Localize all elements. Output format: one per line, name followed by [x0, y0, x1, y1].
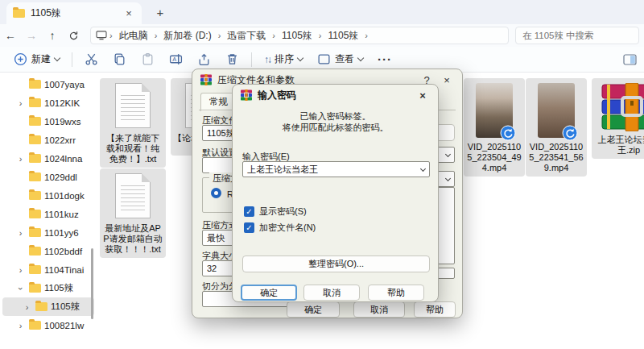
winrar-archive-icon [601, 83, 644, 131]
up-icon[interactable]: ↑ [42, 29, 63, 42]
rename-button[interactable]: A [162, 49, 190, 70]
sidebar-scrollbar[interactable] [91, 248, 93, 319]
sidebar-item-1024lnna[interactable]: ›1024lnna [2, 149, 94, 168]
more-options-button[interactable]: ··· [370, 49, 399, 70]
tab-close-icon[interactable]: × [122, 7, 135, 19]
view-button[interactable]: 查看 [310, 49, 370, 70]
explorer-tab[interactable]: 1105辣 × [6, 2, 142, 24]
chevron-right-icon: › [271, 31, 276, 40]
svg-text:A: A [172, 56, 176, 63]
details-pane-icon[interactable] [623, 53, 638, 66]
rar-ok-button[interactable]: 确定 [287, 301, 340, 318]
file-name: VID_20251105_223541_569.mp4 [528, 142, 584, 173]
folder-icon [29, 135, 41, 144]
sidebar-item-1019wxs[interactable]: ›1019wxs [2, 112, 94, 131]
copy-button[interactable] [105, 49, 134, 70]
new-button-label: 新建 [31, 52, 51, 66]
sidebar-item-1101kuz[interactable]: ›1101kuz [2, 205, 94, 223]
close-icon[interactable]: × [440, 74, 454, 86]
folder-icon [29, 210, 41, 218]
forward-icon[interactable]: → [21, 29, 42, 42]
chevron-down-icon[interactable]: › [16, 283, 26, 293]
file-item-video-2[interactable]: VID_20251105_223541_569.mp4 [526, 78, 587, 177]
sort-button-label: 排序 [275, 52, 294, 66]
sidebar-item-1104Tinai[interactable]: ›1104Tinai [2, 260, 94, 279]
sidebar-item-1012KIK[interactable]: ›1012KIK [2, 93, 94, 112]
folder-icon [29, 247, 41, 256]
chevron-right-icon[interactable]: › [15, 228, 26, 238]
format-rar-radio[interactable] [211, 188, 221, 198]
trash-icon [225, 52, 239, 66]
chevron-right-icon[interactable]: › [15, 265, 26, 275]
folder-icon [29, 172, 41, 181]
rar-cancel-button[interactable]: 取消 [353, 301, 405, 318]
organize-passwords-button[interactable]: 整理密码(O)... [242, 256, 430, 272]
password-info-line1: 已输入密码标签。 [233, 110, 438, 123]
sort-button[interactable]: ↑↓ 排序 [257, 49, 310, 70]
breadcrumb-folder-1105-child[interactable]: 1105辣 [324, 29, 363, 43]
sidebar-item-1101yy6[interactable]: ›1101yy6 [2, 223, 94, 242]
folder-icon [29, 191, 41, 200]
password-info-line2: 将使用匹配此标签的密码。 [233, 122, 438, 134]
close-icon[interactable]: × [415, 89, 430, 102]
search-input[interactable] [516, 27, 638, 44]
refresh-icon[interactable] [63, 31, 84, 41]
tab-bar: 1105辣 × + [0, 0, 644, 24]
back-icon[interactable]: ← [0, 29, 21, 42]
encrypt-names-checkbox[interactable]: ✓ 加密文件名(N) [244, 222, 316, 234]
file-item-txt-3[interactable]: 最新地址及APP请发邮箱自动获取！！！.txt [100, 168, 166, 258]
breadcrumb-folder-1105[interactable]: 1105辣 [278, 29, 316, 43]
view-icon [317, 52, 331, 66]
password-help-button[interactable]: 帮助 [368, 285, 424, 301]
toolbar-divider [72, 52, 72, 67]
winrar-icon [200, 74, 212, 85]
download-badge-icon [562, 125, 578, 141]
chevron-down-icon [54, 55, 60, 61]
chevron-right-icon[interactable]: › [15, 321, 26, 330]
tab-title: 1105辣 [31, 6, 61, 20]
breadcrumb-thunder-download[interactable]: 迅雷下载 [223, 29, 270, 43]
paste-button[interactable] [134, 49, 162, 70]
view-button-label: 查看 [335, 52, 354, 66]
sidebar-item-1102bddf[interactable]: ›1102bddf [2, 242, 94, 260]
download-badge-icon [500, 125, 516, 141]
file-item-video-1[interactable]: VID_20251105_223504_494.mp4 [464, 78, 525, 177]
sidebar-item-1101dogk[interactable]: ›1101dogk [2, 186, 94, 205]
breadcrumb-this-pc[interactable]: 此电脑 [115, 29, 152, 43]
password-ok-button[interactable]: 确定 [241, 285, 297, 301]
password-cancel-button[interactable]: 取消 [303, 285, 360, 301]
new-tab-button[interactable]: + [150, 2, 171, 23]
file-item-txt-1[interactable]: 【来了就能下载和观看！纯免费！】.txt [100, 78, 166, 168]
chevron-right-icon[interactable]: › [22, 302, 32, 312]
sidebar-item-1105la[interactable]: ›1105辣 [2, 279, 94, 297]
chevron-right-icon[interactable]: › [15, 98, 26, 108]
chevron-down-icon [357, 55, 364, 61]
breadcrumb-drive-d[interactable]: 新加卷 (D:) [159, 29, 215, 43]
password-combo[interactable]: 上老王论坛当老王 [242, 161, 430, 177]
file-name: VID_20251105_223504_494.mp4 [466, 142, 522, 173]
sidebar-item-1007yaya[interactable]: ›1007yaya [2, 75, 94, 93]
password-value: 上老王论坛当老王 [247, 164, 318, 176]
folder-icon [35, 302, 47, 311]
chevron-down-icon [297, 55, 303, 61]
file-name: 最新地址及APP请发邮箱自动获取！！！.txt [102, 223, 163, 255]
chevron-down-icon [420, 165, 426, 171]
sidebar-item-1022xrr[interactable]: ›1022xrr [2, 131, 94, 149]
this-pc-icon [96, 31, 107, 40]
new-button[interactable]: 新建 [6, 49, 67, 70]
cut-button[interactable] [77, 49, 105, 70]
show-password-checkbox[interactable]: ✓ 显示密码(S) [244, 206, 307, 218]
video-thumbnail [538, 83, 575, 138]
sort-icon: ↑↓ [264, 54, 270, 65]
sidebar-item-100821lw[interactable]: ›100821lw [2, 316, 94, 334]
share-button[interactable] [190, 49, 218, 70]
sidebar-item-1029ddl[interactable]: ›1029ddl [2, 168, 94, 186]
search-box[interactable] [515, 27, 639, 44]
cut-icon [85, 52, 98, 66]
file-item-zip[interactable]: 上老王论坛当老王.zip [592, 78, 644, 159]
chevron-down-icon [445, 151, 451, 156]
delete-button[interactable] [218, 49, 246, 70]
sidebar-item-1105la-child[interactable]: ›1105辣 [2, 297, 94, 316]
chevron-right-icon[interactable]: › [15, 154, 26, 164]
rar-help-button[interactable]: 帮助 [414, 301, 456, 318]
